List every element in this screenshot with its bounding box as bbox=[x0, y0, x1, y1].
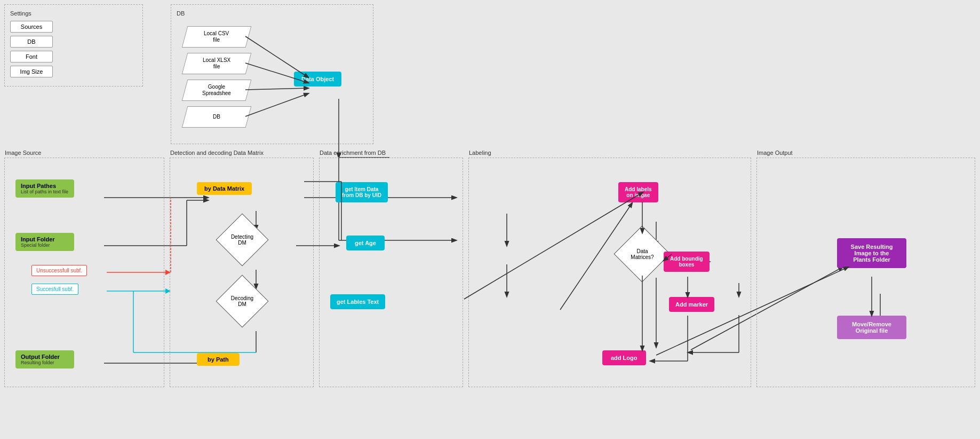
settings-title: Settings bbox=[10, 10, 137, 17]
get-item-data-label: get Item Datafrom DB by UID bbox=[342, 186, 381, 198]
image-source-title: Image Source bbox=[5, 150, 41, 156]
decoding-dm-container: DecodingDM bbox=[216, 281, 269, 321]
image-output-panel: Image Output Save ResultingImage to theP… bbox=[756, 158, 975, 387]
google-spreadsheet-label: GoogleSpreadshee bbox=[202, 84, 231, 97]
input-folder-label: Input Folder bbox=[21, 236, 69, 242]
data-enrichment-panel: Data enrichment from DB get Item Datafro… bbox=[319, 158, 463, 387]
local-csv-shape: Local CSVfile bbox=[182, 26, 252, 48]
labeling-title: Labeling bbox=[469, 150, 491, 156]
image-output-title: Image Output bbox=[757, 150, 793, 156]
data-object-box: Data Object bbox=[294, 72, 341, 87]
unsuccessful-subf-label: Unsuccessfull subf. bbox=[36, 268, 82, 273]
detection-panel: Detection and decoding Data Matrix by Da… bbox=[170, 158, 314, 387]
db-shape: DB bbox=[182, 106, 252, 128]
input-pathes-desc: List of paths in text file bbox=[21, 189, 69, 194]
detection-title: Detection and decoding Data Matrix bbox=[170, 150, 264, 156]
image-source-panel: Image Source Input Pathes List of paths … bbox=[4, 158, 164, 387]
output-arrows bbox=[757, 158, 975, 387]
settings-panel: Settings Sources DB Font Img Size bbox=[4, 4, 143, 87]
labeling-arrows bbox=[469, 158, 751, 387]
db-button[interactable]: DB bbox=[10, 36, 53, 48]
svg-line-36 bbox=[664, 254, 672, 261]
successful-subf-label: Succesfull subf. bbox=[36, 286, 74, 292]
local-xlsx-shape: Local XLSXfile bbox=[182, 53, 252, 74]
output-folder-desc: Resulting folder bbox=[21, 360, 69, 365]
by-data-matrix-label: by Data Matrix bbox=[204, 185, 244, 192]
input-folder-desc: Special folder bbox=[21, 242, 69, 248]
get-labels-text-node: get Lables Text bbox=[330, 294, 385, 309]
data-object-label: Data Object bbox=[301, 76, 334, 82]
input-pathes-label: Input Pathes bbox=[21, 183, 69, 189]
unsuccessful-subf-box: Unsuccessfull subf. bbox=[31, 265, 87, 276]
db-panel: DB Local CSVfile Local XLSXfile GoogleSp… bbox=[171, 4, 373, 144]
get-age-node: get Age bbox=[346, 236, 385, 250]
by-path-node: by Path bbox=[197, 353, 240, 366]
font-button[interactable]: Font bbox=[10, 51, 53, 62]
data-enrichment-title: Data enrichment from DB bbox=[320, 150, 386, 156]
labeling-panel: Labeling Add labelson imgae DataMatrices… bbox=[468, 158, 751, 387]
detecting-dm-container: DetectingDM bbox=[216, 219, 269, 260]
get-item-data-node: get Item Datafrom DB by UID bbox=[336, 182, 388, 202]
by-data-matrix-node: by Data Matrix bbox=[197, 182, 252, 195]
decoding-dm-label: DecodingDM bbox=[216, 281, 269, 321]
db-label: DB bbox=[213, 114, 220, 120]
detecting-dm-label: DetectingDM bbox=[216, 219, 269, 260]
local-csv-label: Local CSVfile bbox=[204, 30, 229, 43]
google-spreadsheet-shape: GoogleSpreadshee bbox=[182, 80, 252, 101]
successful-subf-box: Succesfull subf. bbox=[31, 284, 78, 295]
get-age-label: get Age bbox=[355, 240, 376, 246]
sources-button[interactable]: Sources bbox=[10, 21, 53, 33]
input-pathes-node: Input Pathes List of paths in text file bbox=[15, 179, 74, 198]
input-folder-node: Input Folder Special folder bbox=[15, 233, 74, 251]
by-path-label: by Path bbox=[208, 356, 229, 363]
db-title: DB bbox=[177, 10, 368, 17]
local-xlsx-label: Local XLSXfile bbox=[203, 57, 230, 70]
get-labels-text-label: get Lables Text bbox=[337, 299, 379, 305]
img-size-button[interactable]: Img Size bbox=[10, 66, 53, 77]
output-folder-label: Output Folder bbox=[21, 354, 69, 360]
output-folder-node: Output Folder Resulting folder bbox=[15, 350, 74, 369]
